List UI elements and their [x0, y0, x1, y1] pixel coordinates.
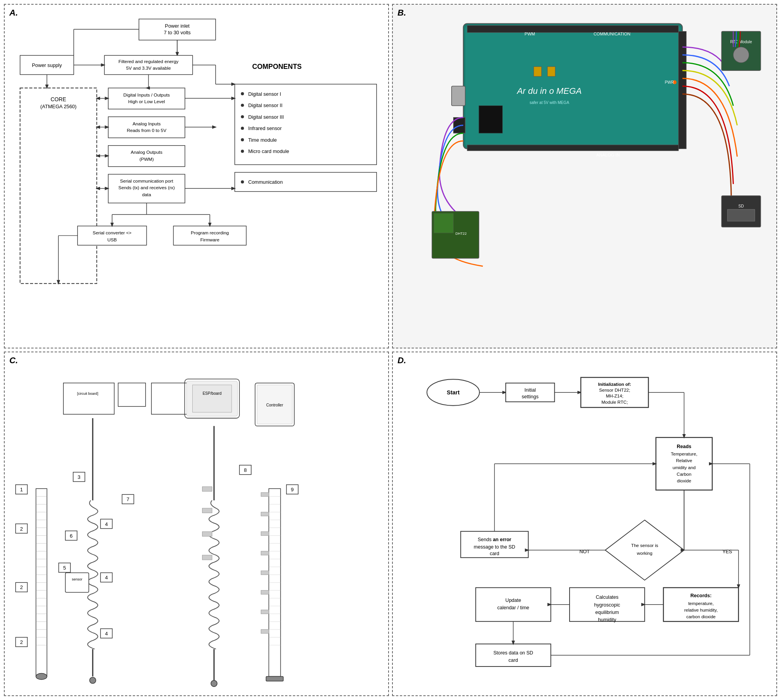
svg-text:COMPONENTS: COMPONENTS [252, 63, 302, 70]
svg-text:dioxide: dioxide [677, 478, 691, 483]
svg-text:message to the SD: message to the SD [474, 544, 515, 550]
svg-text:Initialization of:: Initialization of: [598, 382, 631, 387]
svg-text:Digital sensor III: Digital sensor III [248, 114, 284, 120]
svg-rect-192 [261, 492, 269, 496]
panel-b-label: B. [398, 8, 406, 18]
svg-rect-162 [202, 508, 212, 513]
svg-point-91 [733, 47, 749, 63]
svg-text:SD: SD [739, 204, 744, 208]
svg-rect-193 [261, 512, 269, 516]
svg-rect-150 [65, 573, 89, 592]
svg-text:Digital sensor II: Digital sensor II [248, 102, 282, 108]
svg-text:Sensor DHT22;: Sensor DHT22; [599, 388, 630, 392]
svg-text:data: data [142, 192, 151, 197]
svg-text:MH-Z14;: MH-Z14; [606, 394, 623, 399]
svg-text:Relative: Relative [676, 458, 692, 463]
svg-text:6: 6 [70, 533, 72, 539]
svg-point-58 [241, 150, 244, 153]
svg-text:hygroscopic: hygroscopic [594, 602, 620, 608]
main-grid: A. Power inlet 7 to 30 volts Power suppl… [0, 0, 781, 700]
svg-text:Analog Outputs: Analog Outputs [131, 149, 162, 155]
svg-rect-21 [108, 117, 185, 138]
svg-text:3: 3 [77, 474, 80, 480]
svg-rect-131 [118, 383, 145, 406]
svg-text:9: 9 [291, 487, 294, 492]
panel-d: D. Start Initial settings [392, 352, 777, 696]
svg-text:equilibrium: equilibrium [595, 610, 619, 615]
svg-point-48 [241, 92, 244, 95]
svg-text:Temperature,: Temperature, [671, 452, 697, 456]
svg-text:settings: settings [522, 394, 538, 399]
svg-text:PWR: PWR [665, 80, 674, 84]
svg-text:Power supply: Power supply [32, 62, 62, 68]
svg-text:Update: Update [505, 598, 521, 603]
svg-text:ESP/board: ESP/board [202, 391, 222, 396]
svg-rect-87 [534, 67, 542, 76]
panel-a: A. Power inlet 7 to 30 volts Power suppl… [4, 4, 389, 348]
svg-rect-154 [192, 385, 232, 412]
svg-point-54 [241, 127, 244, 130]
svg-rect-196 [261, 571, 269, 575]
svg-rect-194 [261, 532, 269, 536]
svg-text:Analog Inputs: Analog Inputs [132, 121, 160, 127]
svg-text:2: 2 [20, 526, 23, 532]
svg-text:7: 7 [127, 496, 129, 502]
svg-text:Serial communication port: Serial communication port [120, 178, 173, 184]
diagram-b-svg: Ar du in o MEGA safer at 5V with MEGA PW… [393, 5, 776, 348]
diagram-c-svg: 1 2 2 2 [5, 352, 388, 695]
svg-text:Program recording: Program recording [191, 230, 229, 236]
svg-text:Ar du in o  MEGA: Ar du in o MEGA [516, 86, 582, 96]
svg-rect-161 [202, 487, 212, 491]
svg-text:2: 2 [20, 639, 23, 645]
svg-text:YES: YES [722, 549, 732, 554]
svg-point-50 [241, 104, 244, 107]
svg-rect-199 [261, 630, 269, 633]
svg-text:Infrared sensor: Infrared sensor [248, 125, 282, 131]
svg-text:COMMUNICATION: COMMUNICATION [593, 32, 630, 36]
svg-point-128 [36, 673, 47, 679]
panel-c: C. 1 2 2 2 [4, 352, 389, 696]
svg-text:DHT22: DHT22 [456, 232, 467, 236]
svg-rect-86 [479, 106, 502, 133]
svg-rect-75 [679, 32, 686, 149]
svg-text:8: 8 [244, 467, 247, 473]
svg-text:Reads: Reads [677, 444, 691, 449]
svg-text:7 to 30 volts: 7 to 30 volts [164, 30, 191, 35]
svg-text:card: card [490, 551, 499, 557]
svg-text:5: 5 [63, 565, 66, 571]
svg-text:2: 2 [20, 584, 23, 590]
svg-text:humidity: humidity [598, 617, 616, 623]
svg-rect-129 [63, 383, 114, 414]
svg-rect-98 [467, 145, 679, 151]
svg-text:Carbon: Carbon [677, 472, 691, 477]
svg-text:4: 4 [105, 521, 108, 527]
svg-text:PWM: PWM [524, 32, 535, 36]
svg-text:Power inlet: Power inlet [165, 23, 190, 29]
svg-text:4: 4 [105, 575, 108, 580]
svg-rect-195 [261, 551, 269, 555]
svg-text:relative humidity,: relative humidity, [684, 608, 718, 612]
svg-text:Records:: Records: [690, 593, 711, 599]
svg-text:carbon dioxide: carbon dioxide [686, 615, 716, 619]
svg-text:working: working [637, 551, 653, 556]
svg-text:NOT: NOT [579, 549, 590, 554]
svg-rect-94 [727, 209, 755, 221]
svg-rect-17 [108, 88, 185, 109]
panel-a-label: A. [9, 8, 18, 18]
svg-point-160 [211, 681, 217, 687]
svg-rect-25 [108, 146, 185, 167]
svg-rect-96 [434, 213, 454, 233]
svg-text:Sends an error: Sends an error [478, 537, 511, 542]
svg-text:(ATMEGA 2560): (ATMEGA 2560) [40, 104, 77, 109]
diagram-d-svg: Start Initial settings Initialization of… [401, 360, 769, 688]
svg-text:CORE: CORE [51, 97, 66, 102]
svg-text:Micro card module: Micro card module [248, 148, 289, 154]
svg-text:Filtered and regulated energy: Filtered and regulated energy [118, 59, 178, 64]
svg-text:Communication: Communication [248, 179, 283, 185]
svg-text:Serial converter <>: Serial converter <> [93, 230, 132, 236]
svg-rect-163 [202, 532, 212, 536]
svg-text:card: card [508, 658, 518, 663]
svg-text:Reads from 0 to 5V: Reads from 0 to 5V [127, 128, 167, 133]
svg-text:Time module: Time module [248, 137, 277, 143]
svg-text:temperature,: temperature, [688, 601, 714, 606]
